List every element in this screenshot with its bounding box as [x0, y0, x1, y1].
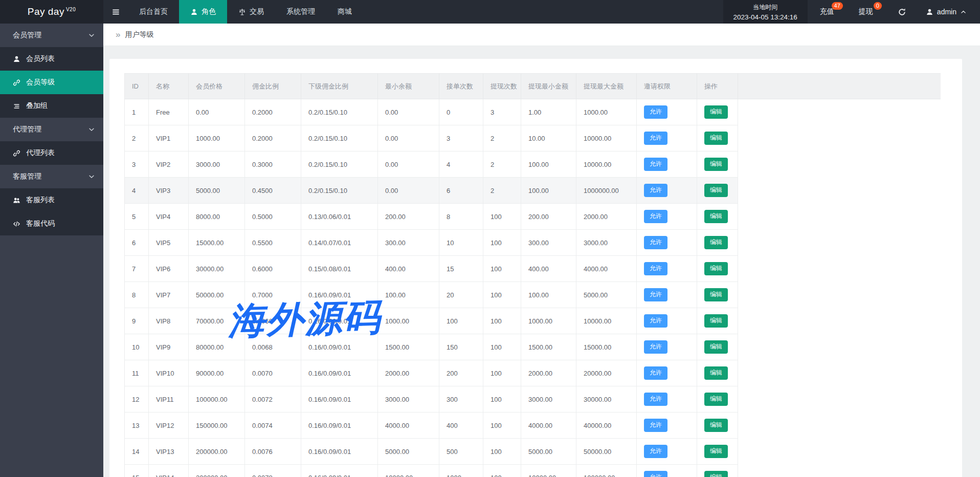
sidebar-item-member-management[interactable]: 会员管理	[0, 24, 103, 47]
edit-button[interactable]: 编辑	[704, 132, 728, 144]
table-cell: 0.2/0.15/0.10	[301, 178, 378, 204]
table-cell: 0.16/0.09/0.01	[301, 386, 378, 413]
table-cell: 3000.00	[576, 230, 637, 256]
link-icon	[13, 79, 20, 86]
sidebar-toggle-button[interactable]	[103, 0, 128, 24]
sidebar-item-member-list[interactable]: 会员列表	[0, 47, 103, 71]
double-chevron-icon: »	[116, 30, 120, 39]
table-cell: 5000.00	[378, 439, 439, 465]
table-cell: 0.2/0.15/0.10	[301, 125, 378, 151]
table-cell: 10000.00	[521, 465, 576, 477]
table-cell: 8000.00	[189, 204, 245, 230]
refresh-button[interactable]	[885, 0, 919, 24]
allow-button[interactable]: 允许	[644, 184, 667, 197]
navbar-right: 当地时间 2023-04-05 13:24:16 充值 47 提现 0 admi…	[723, 0, 980, 24]
table-cell: 40000.00	[576, 413, 637, 439]
allow-button[interactable]: 允许	[644, 210, 667, 223]
table-cell: 400.00	[378, 256, 439, 282]
edit-button[interactable]: 编辑	[704, 471, 728, 477]
table-cell: 0.16/0.09/0.01	[301, 413, 378, 439]
invite-permission-cell: 允许	[637, 204, 697, 230]
allow-button[interactable]: 允许	[644, 366, 667, 379]
sidebar-item-agent-management[interactable]: 代理管理	[0, 118, 103, 141]
chevron-up-icon	[960, 9, 967, 15]
invite-permission-cell: 允许	[637, 178, 697, 204]
sidebar-item-agent-list[interactable]: 代理列表	[0, 141, 103, 165]
sidebar-item-service-code[interactable]: 客服代码	[0, 212, 103, 235]
edit-button[interactable]: 编辑	[704, 184, 728, 197]
allow-button[interactable]: 允许	[644, 262, 667, 275]
nav-tab-trade[interactable]: 交易	[227, 0, 275, 24]
edit-button[interactable]: 编辑	[704, 340, 728, 353]
table-cell-empty	[738, 282, 941, 308]
top-navbar: Pay dayV20 后台首页角色交易系统管理商城 当地时间 2023-04-0…	[0, 0, 980, 24]
sidebar-item-member-level[interactable]: 会员等级	[0, 71, 103, 94]
allow-button[interactable]: 允许	[644, 288, 667, 301]
allow-button[interactable]: 允许	[644, 158, 667, 170]
edit-button[interactable]: 编辑	[704, 105, 728, 118]
allow-button[interactable]: 允许	[644, 393, 667, 405]
edit-button[interactable]: 编辑	[704, 288, 728, 301]
nav-tab-mall[interactable]: 商城	[326, 0, 363, 24]
invite-permission-cell: 允许	[637, 256, 697, 282]
edit-button[interactable]: 编辑	[704, 314, 728, 327]
table-cell: 0.0074	[245, 413, 301, 439]
edit-button[interactable]: 编辑	[704, 419, 728, 431]
table-cell: 100	[483, 204, 521, 230]
withdraw-button[interactable]: 提现 0	[847, 0, 885, 24]
table-cell: 8	[125, 282, 149, 308]
allow-button[interactable]: 允许	[644, 132, 667, 144]
table-cell: 8	[439, 204, 483, 230]
table-cell: 70000.00	[189, 308, 245, 334]
edit-button[interactable]: 编辑	[704, 262, 728, 275]
edit-button[interactable]: 编辑	[704, 366, 728, 379]
table-cell: 0.5000	[245, 204, 301, 230]
table-cell: 0.0070	[245, 360, 301, 386]
sidebar-item-service-management[interactable]: 客服管理	[0, 165, 103, 188]
table-cell: VIP10	[149, 360, 189, 386]
table-row: 15VIP14300000.000.00780.16/0.09/0.011000…	[125, 465, 941, 477]
table-cell: VIP11	[149, 386, 189, 413]
allow-button[interactable]: 允许	[644, 419, 667, 431]
withdraw-badge: 0	[874, 2, 882, 10]
allow-button[interactable]: 允许	[644, 105, 667, 118]
app-logo[interactable]: Pay dayV20	[0, 0, 103, 24]
table-cell-empty	[738, 308, 941, 334]
table-cell: 100.00	[521, 151, 576, 178]
table-cell: 0.16/0.09/0.01	[301, 282, 378, 308]
table-cell-empty	[738, 125, 941, 151]
table-row: 3VIP23000.000.30000.2/0.15/0.100.0042100…	[125, 151, 941, 178]
edit-button[interactable]: 编辑	[704, 393, 728, 405]
allow-button[interactable]: 允许	[644, 445, 667, 458]
nav-tab-roles[interactable]: 角色	[179, 0, 227, 24]
nav-tab-home[interactable]: 后台首页	[128, 0, 179, 24]
table-cell: 9	[125, 308, 149, 334]
edit-button[interactable]: 编辑	[704, 236, 728, 249]
action-cell: 编辑	[697, 334, 738, 360]
user-menu[interactable]: admin	[919, 0, 980, 24]
table-cell: 2000.00	[576, 204, 637, 230]
action-cell: 编辑	[697, 386, 738, 413]
edit-button[interactable]: 编辑	[704, 210, 728, 223]
table-cell: VIP7	[149, 282, 189, 308]
recharge-button[interactable]: 充值 47	[808, 0, 847, 24]
edit-button[interactable]: 编辑	[704, 158, 728, 170]
action-cell: 编辑	[697, 151, 738, 178]
allow-button[interactable]: 允许	[644, 314, 667, 327]
allow-button[interactable]: 允许	[644, 340, 667, 353]
column-header: 最小余额	[378, 74, 439, 99]
list-icon	[13, 102, 20, 110]
table-cell: 100	[483, 413, 521, 439]
column-header: 提现最小金额	[521, 74, 576, 99]
table-row: 10VIP980000.000.00680.16/0.09/0.011500.0…	[125, 334, 941, 360]
table-cell: 0	[439, 99, 483, 125]
edit-button[interactable]: 编辑	[704, 445, 728, 458]
sidebar-item-service-list[interactable]: 客服列表	[0, 188, 103, 212]
table-cell: 15000.00	[576, 334, 637, 360]
nav-tab-system[interactable]: 系统管理	[275, 0, 326, 24]
table-cell: 2000.00	[521, 360, 576, 386]
sidebar-item-overlay-group[interactable]: 叠加组	[0, 94, 103, 118]
allow-button[interactable]: 允许	[644, 471, 667, 477]
table-cell: 100	[483, 386, 521, 413]
allow-button[interactable]: 允许	[644, 236, 667, 249]
